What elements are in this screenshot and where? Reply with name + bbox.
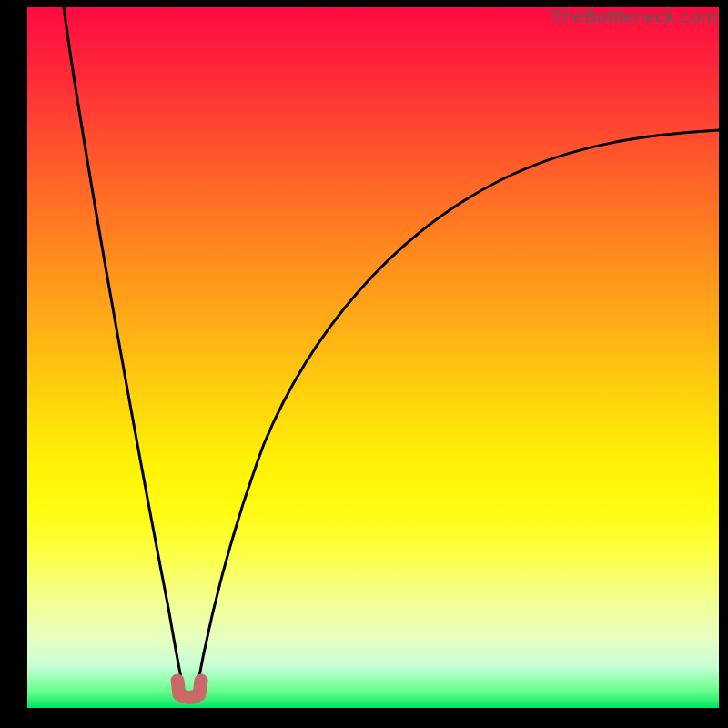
- left-curve: [64, 7, 185, 695]
- right-curve: [196, 130, 719, 695]
- watermark-text: TheBottleneck.com: [551, 5, 717, 27]
- curve-svg: [27, 7, 719, 708]
- gradient-plot-area: [27, 7, 719, 708]
- optimum-marker: [177, 681, 201, 698]
